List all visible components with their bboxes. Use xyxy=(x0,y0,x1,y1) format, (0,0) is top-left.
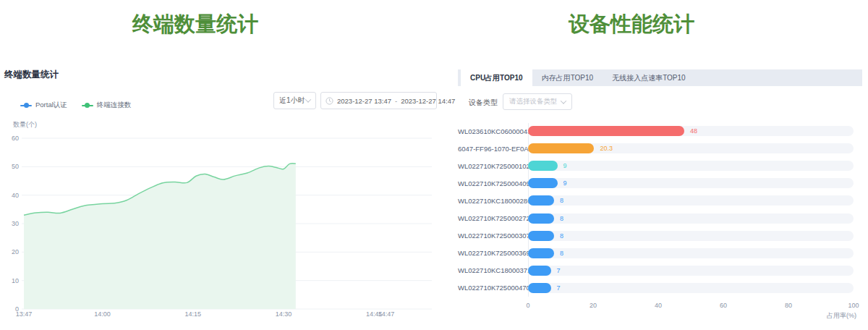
x-tick-label: 60 xyxy=(720,302,727,309)
x-tick-label: 14:30 xyxy=(276,310,292,318)
bar-zone: 8 xyxy=(528,248,855,258)
bar-value-label: 48 xyxy=(690,126,697,136)
area-fill xyxy=(24,164,296,309)
bar-track xyxy=(528,231,854,241)
bar[interactable] xyxy=(528,195,554,206)
bar-category-label: WL022710KC18000280 xyxy=(458,197,523,205)
bar-category-label: WL022710K725000369 xyxy=(458,249,523,257)
bar[interactable] xyxy=(528,161,558,171)
bar-zone: 7 xyxy=(528,266,855,276)
bar-zone: 20.3 xyxy=(528,143,855,153)
bar-category-label: WL022710K725000409 xyxy=(458,179,523,187)
x-tick-label: 13:47 xyxy=(16,310,33,318)
terminal-count-area-chart: 0102030405060数量(个)13:4714:0014:1514:3014… xyxy=(0,116,441,330)
chevron-down-icon xyxy=(561,98,566,103)
x-tick-label: 14:47 xyxy=(378,310,395,318)
y-axis-title: 数量(个) xyxy=(13,121,37,128)
bar-value-label: 20.3 xyxy=(600,143,613,153)
legend-line-dot-icon xyxy=(20,105,32,106)
y-tick-label: 30 xyxy=(12,220,19,227)
date-range-picker[interactable]: 2023-12-27 13:47 - 2023-12-27 14:47 xyxy=(320,92,437,109)
bar[interactable] xyxy=(528,283,551,293)
bar[interactable] xyxy=(528,266,551,276)
performance-tabbar: CPU占用TOP10 内存占用TOP10 无线接入点速率TOP10 xyxy=(458,69,862,86)
x-tick-label: 40 xyxy=(655,302,662,309)
bar-row: WL022710K7250003698 xyxy=(458,245,855,262)
bar-value-label: 7 xyxy=(557,266,561,276)
bar[interactable] xyxy=(528,178,558,188)
legend-line-dot-icon xyxy=(82,105,93,106)
bar[interactable] xyxy=(528,231,554,241)
bar-row: WL022710K7250002728 xyxy=(458,209,855,227)
bar-category-label: WL022710K725000307 xyxy=(458,232,523,240)
legend-item[interactable]: 终端连接数 xyxy=(82,101,132,110)
bar-track xyxy=(528,266,854,276)
bar-track xyxy=(528,161,854,171)
x-tick-label: 80 xyxy=(785,302,792,309)
y-tick-label: 10 xyxy=(12,277,19,284)
date-range-end: 2023-12-27 14:47 xyxy=(401,97,455,105)
bar-zone: 9 xyxy=(528,178,855,188)
bar[interactable] xyxy=(528,126,684,136)
bar[interactable] xyxy=(528,143,594,153)
time-range-value: 近1小时 xyxy=(279,96,305,106)
x-axis-title: 占用率(%) xyxy=(827,311,856,321)
bar-zone: 9 xyxy=(528,161,855,171)
bar-value-label: 8 xyxy=(560,195,563,206)
bar-value-label: 8 xyxy=(560,213,563,224)
device-type-placeholder: 请选择设备类型 xyxy=(509,97,558,106)
bar-category-label: 6047-FF96-1070-EF0A xyxy=(458,145,523,153)
clock-icon xyxy=(326,97,333,105)
date-range-separator: - xyxy=(395,97,397,105)
tab-wireless-ap-rate-top10[interactable]: 无线接入点速率TOP10 xyxy=(603,69,695,86)
bar-row: WL022710K7250004707 xyxy=(458,279,855,297)
bar[interactable] xyxy=(528,213,554,224)
bar-zone: 7 xyxy=(528,283,855,293)
left-main-title: 终端数量统计 xyxy=(0,10,391,39)
bar-category-label: WL022710K725000102 xyxy=(458,162,523,170)
bar-value-label: 9 xyxy=(563,161,567,171)
bar-value-label: 9 xyxy=(563,178,567,188)
bar-track xyxy=(528,213,854,224)
bar-row: WL022710K7250001029 xyxy=(458,157,855,174)
bar-category-label: WL023610KC06000043 xyxy=(458,127,523,135)
bar-zone: 8 xyxy=(528,213,855,224)
y-tick-label: 60 xyxy=(12,135,19,142)
x-tick-label: 20 xyxy=(590,302,597,309)
device-type-select[interactable]: 请选择设备类型 xyxy=(503,93,572,110)
cpu-top10-bar-chart: WL023610KC06000043486047-FF96-1070-EF0A2… xyxy=(458,122,855,297)
tab-memory-top10[interactable]: 内存占用TOP10 xyxy=(532,69,603,86)
y-tick-label: 40 xyxy=(12,192,19,199)
chevron-down-icon xyxy=(305,96,311,102)
device-type-label: 设备类型 xyxy=(469,98,498,108)
y-tick-label: 50 xyxy=(12,163,19,170)
bar-value-label: 7 xyxy=(557,283,561,293)
bar-track xyxy=(528,195,854,206)
x-tick-label: 14:15 xyxy=(185,310,202,318)
left-card-title: 终端数量统计 xyxy=(4,69,59,81)
x-tick-label: 0 xyxy=(526,302,529,309)
date-range-start: 2023-12-27 13:47 xyxy=(337,97,391,105)
bar-track xyxy=(528,248,854,258)
bar-row: 6047-FF96-1070-EF0A20.3 xyxy=(458,140,855,157)
bar-row: WL022710K7250003078 xyxy=(458,227,855,245)
time-range-select[interactable]: 近1小时 xyxy=(273,92,316,109)
bar-zone: 48 xyxy=(528,126,855,136)
bar-row: WL022710KC180003727 xyxy=(458,262,855,279)
bar-zone: 8 xyxy=(528,195,855,206)
right-main-title: 设备性能统计 xyxy=(458,10,805,39)
bar-value-label: 8 xyxy=(560,231,563,241)
x-tick-label: 14:00 xyxy=(94,310,111,318)
x-tick-label: 100 xyxy=(848,302,859,309)
y-tick-label: 20 xyxy=(12,248,19,255)
bar[interactable] xyxy=(528,248,554,258)
bar-row: WL023610KC0600004348 xyxy=(458,122,855,140)
tab-cpu-top10[interactable]: CPU占用TOP10 xyxy=(461,69,532,86)
legend-label: 终端连接数 xyxy=(97,101,132,110)
bar-track xyxy=(528,178,854,188)
bar-zone: 8 xyxy=(528,231,855,241)
legend-item[interactable]: Portal认证 xyxy=(20,101,67,110)
dashboard-page: 终端数量统计 终端数量统计 近1小时 2023-12-27 13:47 - 20… xyxy=(0,0,868,330)
bar-row: WL022710K7250004099 xyxy=(458,174,855,192)
bar-category-label: WL022710KC18000372 xyxy=(458,266,523,274)
